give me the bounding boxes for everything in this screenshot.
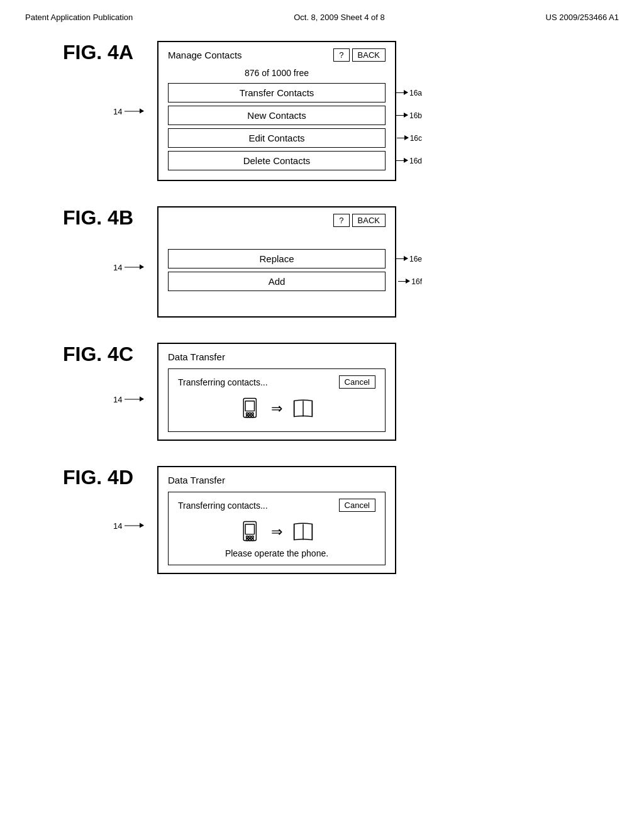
fig4a-label-16c: 16c <box>397 134 422 143</box>
fig4a-screen-title: Manage Contacts <box>168 50 242 60</box>
fig4a-label-16a: 16a <box>396 89 422 97</box>
fig4d-diagram: 14 Data Transfer Transferring contacts..… <box>157 466 396 574</box>
svg-rect-14 <box>249 539 251 541</box>
fig4a-screen: Manage Contacts ? BACK 876 of 1000 free … <box>157 41 396 181</box>
fig4c-cancel-btn[interactable]: Cancel <box>339 375 375 389</box>
fig4d-transfer-text: Transferring contacts... <box>178 501 268 511</box>
fig4a-left-arrow: 14 <box>113 106 143 116</box>
svg-rect-6 <box>249 416 251 418</box>
fig4a-menu-item-wrapper-1: Transfer Contacts 16a <box>168 83 386 102</box>
svg-rect-9 <box>245 524 254 534</box>
fig4c-left-arrow-line <box>125 399 143 400</box>
arrow-16c <box>397 138 408 138</box>
fig4b-screen-buttons: ? BACK <box>333 214 386 227</box>
fig4c-dt-inner: Transferring contacts... Cancel <box>168 368 386 432</box>
fig4a-diagram: 14 Manage Contacts ? BACK 876 of 1000 fr… <box>157 41 396 181</box>
phone-icon <box>239 397 262 420</box>
fig4d-label: FIG. 4D <box>63 466 138 489</box>
fig4a-status: 876 of 1000 free <box>168 68 386 78</box>
fig4c-transfer-text: Transferring contacts... <box>178 377 268 387</box>
arrow-16f <box>398 281 409 282</box>
fig4a-label-col: FIG. 4A <box>63 41 138 70</box>
transfer-arrow-icon: ⇒ <box>271 401 282 417</box>
fig4c-dt-icons: ⇒ <box>178 397 375 420</box>
svg-rect-4 <box>252 412 253 414</box>
svg-rect-1 <box>245 401 254 411</box>
fig4b-menu-add[interactable]: Add <box>168 272 386 291</box>
svg-rect-3 <box>249 412 251 414</box>
fig4b-back-btn[interactable]: BACK <box>352 214 386 227</box>
book-icon-4d <box>292 521 314 543</box>
fig4b-spacer <box>168 233 386 246</box>
fig4b-menu-container: Replace 16e Add 16f <box>168 249 386 291</box>
figure-4d-row: FIG. 4D 14 Data Transfer Transferring co… <box>63 466 619 574</box>
fig4a-menu-edit[interactable]: Edit Contacts <box>168 128 386 148</box>
fig4d-left-arrow-line <box>125 525 143 526</box>
fig4d-note: Please operate the phone. <box>178 548 375 558</box>
fig4d-left-num: 14 <box>113 521 122 530</box>
fig4a-menu-item-wrapper-3: Edit Contacts 16c <box>168 128 386 148</box>
fig4b-menu-item-wrapper-1: Replace 16e <box>168 249 386 268</box>
fig4c-screen: Data Transfer Transferring contacts... C… <box>157 343 396 441</box>
phone-icon-4d <box>239 521 262 543</box>
header-left: Patent Application Publication <box>25 13 133 22</box>
svg-rect-7 <box>252 416 253 418</box>
header-right: US 2009/253466 A1 <box>546 13 619 22</box>
page-content: FIG. 4A 14 Manage Contacts ? BACK <box>25 41 619 574</box>
svg-rect-5 <box>247 416 248 418</box>
arrow-16d <box>396 160 408 161</box>
fig4c-diagram: 14 Data Transfer Transferring contacts..… <box>157 343 396 441</box>
fig4d-left-arrow: 14 <box>113 521 143 530</box>
fig4a-menu-transfer[interactable]: Transfer Contacts <box>168 83 386 102</box>
fig4a-menu-delete[interactable]: Delete Contacts <box>168 151 386 170</box>
patent-header: Patent Application Publication Oct. 8, 2… <box>25 13 619 22</box>
fig4b-menu-replace[interactable]: Replace <box>168 249 386 268</box>
fig4c-left-num: 14 <box>113 395 122 404</box>
fig4b-label-16f: 16f <box>398 277 422 286</box>
fig4b-left-arrow-line <box>125 267 143 268</box>
fig4a-back-btn[interactable]: BACK <box>352 48 386 62</box>
fig4d-transfer-row: Transferring contacts... Cancel <box>178 499 375 512</box>
patent-page: Patent Application Publication Oct. 8, 2… <box>25 13 619 574</box>
svg-rect-2 <box>247 412 248 414</box>
fig4a-left-arrow-line <box>125 111 143 111</box>
header-center: Oct. 8, 2009 Sheet 4 of 8 <box>294 13 385 22</box>
fig4d-label-col: FIG. 4D <box>63 466 138 495</box>
fig4a-menu-new[interactable]: New Contacts <box>168 106 386 125</box>
fig4a-screen-buttons: ? BACK <box>333 48 386 62</box>
fig4c-dt-title: Data Transfer <box>168 351 386 362</box>
fig4d-cancel-btn[interactable]: Cancel <box>339 499 375 512</box>
fig4a-help-btn[interactable]: ? <box>333 48 349 62</box>
fig4b-left-arrow: 14 <box>113 263 143 272</box>
svg-rect-13 <box>247 539 248 541</box>
fig4b-label: FIG. 4B <box>63 206 138 230</box>
svg-rect-11 <box>249 536 251 538</box>
fig4b-screen-header: ? BACK <box>168 214 386 227</box>
figure-4c-row: FIG. 4C 14 Data Transfer Transferring co… <box>63 343 619 441</box>
fig4a-label-16d: 16d <box>396 157 422 165</box>
transfer-arrow-icon-4d: ⇒ <box>271 524 282 540</box>
fig4a-menu-container: Transfer Contacts 16a New Contacts 16b <box>168 83 386 170</box>
fig4c-label: FIG. 4C <box>63 343 138 366</box>
fig4c-left-arrow: 14 <box>113 395 143 404</box>
figure-4b-row: FIG. 4B 14 ? BACK <box>63 206 619 318</box>
fig4c-label-col: FIG. 4C <box>63 343 138 372</box>
fig4d-dt-icons: ⇒ <box>178 521 375 543</box>
fig4b-menu-item-wrapper-2: Add 16f <box>168 272 386 291</box>
fig4a-menu-item-wrapper-2: New Contacts 16b <box>168 106 386 125</box>
book-icon <box>292 397 314 420</box>
fig4c-transfer-row: Transferring contacts... Cancel <box>178 375 375 389</box>
svg-rect-12 <box>252 536 253 538</box>
fig4a-label: FIG. 4A <box>63 41 138 64</box>
fig4a-label-16b: 16b <box>396 111 422 120</box>
fig4d-dt-inner: Transferring contacts... Cancel <box>168 492 386 565</box>
fig4d-dt-title: Data Transfer <box>168 475 386 485</box>
fig4a-menu-item-wrapper-4: Delete Contacts 16d <box>168 151 386 170</box>
fig4a-left-num: 14 <box>113 106 122 116</box>
figure-4a-row: FIG. 4A 14 Manage Contacts ? BACK <box>63 41 619 181</box>
fig4b-help-btn[interactable]: ? <box>333 214 349 227</box>
fig4b-label-16e: 16e <box>396 255 422 263</box>
arrow-16e <box>396 258 408 259</box>
arrow-16a <box>396 92 408 93</box>
svg-rect-15 <box>252 539 253 541</box>
